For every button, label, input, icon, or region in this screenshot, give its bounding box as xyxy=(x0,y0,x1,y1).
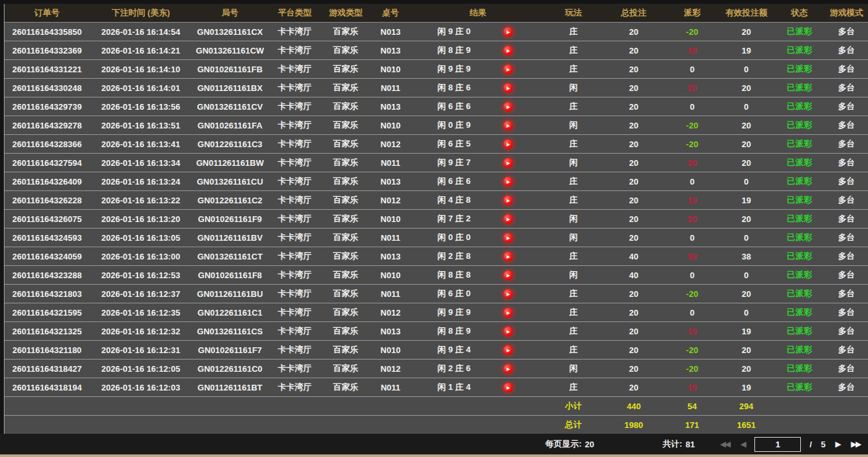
bet-time: 2026-01-16 16:13:24 xyxy=(90,172,192,191)
play-video-icon[interactable]: ▶ xyxy=(503,383,513,392)
play-video-icon[interactable]: ▶ xyxy=(503,345,513,355)
game-mode: 多台 xyxy=(825,285,868,303)
play-video-icon[interactable]: ▶ xyxy=(503,177,513,187)
last-page-icon[interactable]: ▶▶ xyxy=(850,439,862,449)
result-text: 闲 9 庄 9 xyxy=(411,63,497,75)
page-input[interactable] xyxy=(754,437,801,452)
col-header-valid-bet: 有效投注额 xyxy=(719,4,774,23)
play-video-icon[interactable]: ▶ xyxy=(503,327,513,336)
play-video-icon[interactable]: ▶ xyxy=(503,102,513,112)
total-bet: 20 xyxy=(602,303,666,322)
play-video-icon[interactable]: ▶ xyxy=(503,364,513,374)
valid-bet: 0 xyxy=(719,303,774,322)
table-number: N013 xyxy=(370,247,411,266)
play-video-icon[interactable]: ▶ xyxy=(503,196,513,205)
valid-bet: 20 xyxy=(719,341,774,360)
col-header-order: 订单号 xyxy=(5,4,90,23)
table-row: 260116164318427 2026-01-16 16:12:05 GN01… xyxy=(5,360,868,378)
col-header-result: 结果 xyxy=(411,4,545,23)
valid-bet: 20 xyxy=(719,210,774,228)
play-video-icon[interactable]: ▶ xyxy=(503,158,513,168)
pager: ◀◀ ◀ / 5 ▶ ▶▶ xyxy=(719,437,862,452)
bet-time: 2026-01-16 16:14:54 xyxy=(90,23,192,41)
bet-records-table: 订单号 下注时间 (美东) 局号 平台类型 游戏类型 桌号 结果 玩法 总投注 … xyxy=(5,4,868,434)
play-video-icon[interactable]: ▶ xyxy=(503,83,513,93)
platform-type: 卡卡湾厅 xyxy=(268,228,321,247)
result-cell: 闲 6 庄 6 ▶ xyxy=(411,97,545,116)
platform-type: 卡卡湾厅 xyxy=(268,247,321,266)
game-mode: 多台 xyxy=(825,228,868,247)
valid-bet: 20 xyxy=(719,79,774,97)
bet-time: 2026-01-16 16:12:37 xyxy=(90,285,192,303)
pagination-bar: 每页显示: 20 共计: 81 ◀◀ ◀ / 5 ▶ ▶▶ xyxy=(0,434,868,454)
bet-time: 2026-01-16 16:12:05 xyxy=(90,360,192,378)
payout: 19 xyxy=(665,41,718,60)
game-mode: 多台 xyxy=(825,341,868,360)
total-bet: 20 xyxy=(602,79,666,97)
total-bet: 40 xyxy=(602,247,666,266)
game-type: 百家乐 xyxy=(322,322,370,341)
next-page-icon[interactable]: ▶ xyxy=(834,439,841,449)
play-video-icon[interactable]: ▶ xyxy=(503,121,513,130)
play-video-icon[interactable]: ▶ xyxy=(503,289,513,299)
result-text: 闲 7 庄 2 xyxy=(411,213,497,225)
game-type: 百家乐 xyxy=(322,135,370,154)
table-row: 260116164321180 2026-01-16 16:12:31 GN01… xyxy=(5,341,868,360)
valid-bet: 0 xyxy=(719,60,774,79)
order-number: 260116164324059 xyxy=(5,247,90,266)
game-type: 百家乐 xyxy=(322,247,370,266)
play-video-icon[interactable]: ▶ xyxy=(503,27,513,37)
total-bet: 20 xyxy=(602,322,666,341)
prev-page-icon[interactable]: ◀ xyxy=(739,439,746,449)
result-cell: 闲 6 庄 5 ▶ xyxy=(411,135,545,154)
game-type: 百家乐 xyxy=(322,303,370,322)
play-video-icon[interactable]: ▶ xyxy=(503,308,513,318)
play-side: 庄 xyxy=(545,378,601,397)
play-video-icon[interactable]: ▶ xyxy=(503,139,513,149)
status-badge: 已派彩 xyxy=(774,322,825,341)
play-video-icon[interactable]: ▶ xyxy=(503,233,513,243)
round-number: GN013261161CW xyxy=(192,41,268,60)
subtotal-payout: 54 xyxy=(665,397,718,416)
game-mode: 多台 xyxy=(825,303,868,322)
status-badge: 已派彩 xyxy=(774,228,825,247)
bet-time: 2026-01-16 16:13:05 xyxy=(90,228,192,247)
round-number: GN011261161BT xyxy=(192,378,268,397)
total-bet: 20 xyxy=(602,97,666,116)
total-bet: 20 xyxy=(602,378,666,397)
col-header-status: 状态 xyxy=(774,4,825,23)
total-bet: 20 xyxy=(602,191,666,210)
col-header-game-mode: 游戏模式 xyxy=(825,4,868,23)
result-text: 闲 9 庄 4 xyxy=(411,344,497,356)
play-video-icon[interactable]: ▶ xyxy=(503,214,513,224)
page-total-value: 5 xyxy=(821,440,825,449)
order-number: 260116164330248 xyxy=(5,79,90,97)
game-mode: 多台 xyxy=(825,154,868,172)
result-cell: 闲 0 庄 0 ▶ xyxy=(411,228,545,247)
result-cell: 闲 2 庄 8 ▶ xyxy=(411,247,545,266)
result-text: 闲 9 庄 9 xyxy=(411,307,497,318)
round-number: GN010261161FB xyxy=(192,60,268,79)
bet-time: 2026-01-16 16:14:21 xyxy=(90,41,192,60)
payout: 0 xyxy=(665,172,718,191)
game-mode: 多台 xyxy=(825,210,868,228)
table-row: 260116164335850 2026-01-16 16:14:54 GN01… xyxy=(5,23,868,41)
valid-bet: 0 xyxy=(719,172,774,191)
valid-bet: 20 xyxy=(719,154,774,172)
game-mode: 多台 xyxy=(825,79,868,97)
page-separator: / xyxy=(809,440,812,449)
play-video-icon[interactable]: ▶ xyxy=(503,270,513,280)
total-bet: 20 xyxy=(602,360,666,378)
valid-bet: 20 xyxy=(719,285,774,303)
result-text: 闲 1 庄 4 xyxy=(411,381,497,393)
table-number: N011 xyxy=(370,79,411,97)
play-video-icon[interactable]: ▶ xyxy=(503,252,513,261)
game-mode: 多台 xyxy=(825,191,868,210)
col-header-platform: 平台类型 xyxy=(268,4,321,23)
round-number: GN011261161BV xyxy=(192,228,268,247)
play-video-icon[interactable]: ▶ xyxy=(503,46,513,56)
first-page-icon[interactable]: ◀◀ xyxy=(719,439,731,449)
game-mode: 多台 xyxy=(825,378,868,397)
play-video-icon[interactable]: ▶ xyxy=(503,65,513,74)
game-type: 百家乐 xyxy=(322,97,370,116)
